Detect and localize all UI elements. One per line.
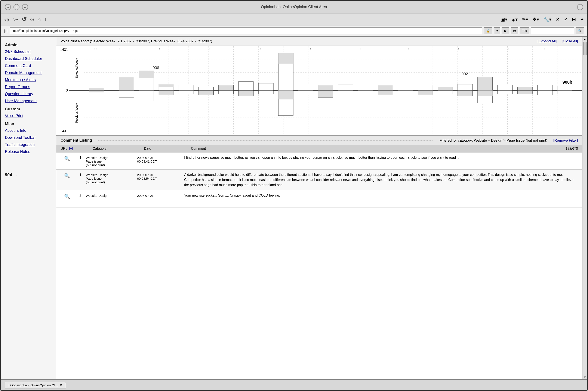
- window-icon[interactable]: ⊞: [572, 17, 576, 22]
- comment-icon-2[interactable]: 🔍: [61, 173, 73, 179]
- stop-button[interactable]: ⊗: [30, 16, 34, 22]
- svg-rect-62: [557, 86, 572, 91]
- report-title: VoicePrint Report (Selected Week: 7/1/20…: [61, 39, 212, 43]
- selected-week-label: Selected Week: [75, 58, 78, 78]
- address-bar: [+] 🔒 ▾ ▶ ▦ TAB 🔍: [1, 25, 587, 37]
- url-expand-link[interactable]: [+]: [69, 147, 73, 150]
- toolbar: ◁▾ ▷▾ ↺ ⊗ ⌂ ↓ ▣▾ ◈▾ ✏▾ ❖▾ 🔧▾ ✕ ✓ ⊞ ✦: [1, 13, 587, 25]
- sidebar-item-release-notes[interactable]: Release Notes: [1, 148, 56, 155]
- forward-button[interactable]: ▷▾: [13, 17, 18, 22]
- svg-text:←902: ←902: [458, 72, 468, 76]
- scroll-up-button[interactable]: ▲: [583, 37, 587, 41]
- svg-rect-75: [318, 91, 333, 98]
- check-icon[interactable]: ✓: [564, 17, 568, 22]
- lock-button[interactable]: 🔒: [484, 27, 492, 34]
- svg-rect-39: [139, 71, 154, 78]
- scroll-down-button[interactable]: ▼: [583, 375, 587, 379]
- sidebar-item-download-toolbar[interactable]: Download Toolbar: [1, 134, 56, 141]
- comment-row: 🔍 2 Website-Design 2007-07-01 Your new s…: [56, 190, 582, 207]
- svg-rect-51: [338, 84, 353, 91]
- svg-rect-76: [338, 91, 353, 95]
- tab-close-button[interactable]: ⊗: [60, 383, 62, 387]
- annotation-904-label: 904: [5, 172, 12, 177]
- comment-icon-3[interactable]: 🔍: [61, 194, 73, 199]
- sidebar-item-voice-print[interactable]: Voice Print: [1, 112, 56, 119]
- comment-icon-1[interactable]: 🔍: [61, 156, 73, 162]
- misc-label: Misc: [1, 119, 56, 127]
- chart-y-top: 1431: [60, 48, 68, 52]
- svg-rect-66: [159, 91, 174, 95]
- svg-rect-85: [497, 91, 512, 94]
- search-button[interactable]: 🔍: [576, 27, 584, 34]
- title-bar: ○ ○ ○ OpinionLab: OnlineOpinion Client A…: [1, 1, 587, 13]
- sidebar-item-user-management[interactable]: User Management: [1, 98, 56, 104]
- tab-button[interactable]: TAB: [520, 27, 529, 34]
- play-button[interactable]: ▶: [502, 27, 509, 34]
- sidebar-item-comment-card[interactable]: Comment Card: [1, 62, 56, 69]
- address-input[interactable]: [10, 27, 482, 34]
- chart-y-bottom: 1431: [60, 129, 68, 133]
- svg-rect-78: [378, 91, 393, 95]
- svg-rect-56: [438, 87, 453, 91]
- browser-tab[interactable]: [+]OpinionLab: OnlineOpinion Cli... ⊗: [5, 382, 66, 389]
- sidebar-item-question-library[interactable]: Question Library: [1, 91, 56, 98]
- sidebar-item-dashboard-scheduler[interactable]: Dashboard Scheduler: [1, 55, 56, 62]
- home-button[interactable]: ⌂: [38, 16, 41, 22]
- comment-category-1: Website-DesignPage issue(but not print): [86, 155, 137, 167]
- content-area: VoicePrint Report (Selected Week: 7/1/20…: [56, 37, 582, 379]
- sidebar-item-monitoring-alerts[interactable]: Monitoring / Alerts: [1, 76, 56, 84]
- svg-rect-88: [557, 91, 572, 94]
- svg-rect-64: [119, 91, 134, 98]
- maximize-button[interactable]: [577, 4, 583, 10]
- svg-rect-52: [358, 87, 373, 91]
- address-buttons: 🔒 ▾ ▶ ▦ TAB 🔍: [484, 27, 584, 34]
- previous-week-label: Previous Week: [75, 103, 78, 123]
- reload-button[interactable]: ↺: [22, 16, 26, 23]
- comment-listing-title: Comment Listing: [61, 138, 92, 143]
- svg-rect-36: [89, 88, 104, 91]
- expand-all-link[interactable]: [Expand All]: [538, 39, 557, 43]
- svg-rect-67: [179, 91, 194, 94]
- scrollbar-thumb[interactable]: [583, 42, 587, 55]
- svg-rect-82: [458, 91, 473, 96]
- content-header: VoicePrint Report (Selected Week: 7/1/20…: [56, 37, 582, 46]
- pagination-label: 132/670: [552, 147, 578, 151]
- svg-rect-68: [199, 91, 214, 95]
- grid-icon[interactable]: ▣▾: [500, 17, 507, 22]
- screenshot-button[interactable]: ▦: [511, 27, 518, 34]
- toolbar-icons: ▣▾ ◈▾ ✏▾ ❖▾ 🔧▾ ✕ ✓ ⊞ ✦: [500, 17, 584, 22]
- dropdown-button[interactable]: ▾: [494, 27, 500, 34]
- comment-date-2: 2007-07-0100:03:54 CDT: [137, 172, 184, 180]
- brightness-icon[interactable]: ✦: [580, 17, 584, 22]
- browser-window: ○ ○ ○ OpinionLab: OnlineOpinion Client A…: [0, 0, 588, 391]
- svg-text:↕↕: ↕↕: [408, 47, 411, 50]
- scrollbar[interactable]: ▲ ▼: [582, 37, 587, 379]
- svg-rect-42: [179, 85, 194, 91]
- sidebar-item-247-scheduler[interactable]: 24/7 Scheduler: [1, 48, 56, 55]
- minimize-button[interactable]: ○: [13, 4, 19, 10]
- search-input[interactable]: [531, 27, 574, 34]
- svg-rect-50: [318, 85, 333, 91]
- tools-icon[interactable]: 🔧▾: [543, 17, 551, 22]
- download-button[interactable]: ↓: [44, 16, 47, 22]
- svg-rect-58: [478, 77, 492, 91]
- remove-filter-link[interactable]: [Remove Filter]: [553, 138, 578, 143]
- admin-label: Admin: [1, 40, 56, 48]
- svg-rect-81: [438, 91, 453, 94]
- close-x-icon[interactable]: ✕: [556, 17, 560, 22]
- sidebar-item-traffic-integration[interactable]: Traffic Integration: [1, 141, 56, 148]
- sidebar-item-domain-management[interactable]: Domain Management: [1, 69, 56, 76]
- sidebar-item-account-info[interactable]: Account Info: [1, 127, 56, 134]
- close-all-link[interactable]: [Close All]: [562, 39, 578, 43]
- zoom-button[interactable]: ○: [22, 4, 28, 10]
- layers-icon[interactable]: ◈▾: [512, 17, 518, 22]
- annotation-904-arrow: →: [13, 172, 17, 177]
- browser-title: OpinionLab: OnlineOpinion Client Area: [261, 5, 327, 9]
- svg-rect-63: [89, 91, 104, 92]
- back-button[interactable]: ◁▾: [4, 17, 9, 22]
- close-button[interactable]: ○: [5, 4, 11, 10]
- sidebar-item-report-groups[interactable]: Report Groups: [1, 84, 56, 91]
- svg-text:↕: ↕: [159, 47, 160, 50]
- shapes-icon[interactable]: ❖▾: [532, 17, 539, 22]
- edit-icon[interactable]: ✏▾: [522, 17, 528, 22]
